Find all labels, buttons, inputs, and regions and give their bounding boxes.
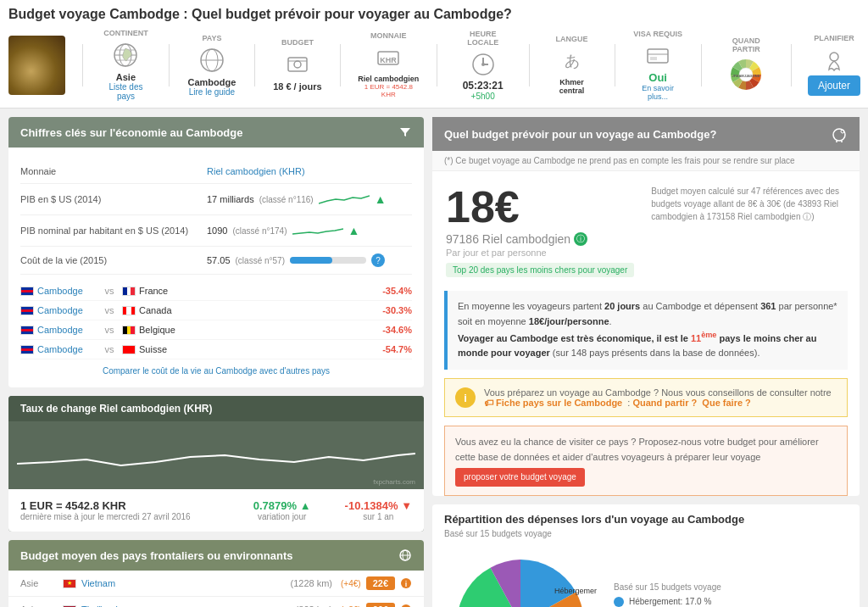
progress-bar-cout [290,253,366,267]
legend-dot-hebergement [614,597,624,607]
left-column: Chiffres clés sur l'économie au Cambodge… [8,117,424,607]
neighbor-thailand-budget: (+8€) 26€ i [341,603,412,607]
pie-chart-card: Répartition des dépenses lors d'un voyag… [432,504,860,607]
nav-continent[interactable]: CONTINENT Asie Liste des pays [100,29,152,101]
trend-line-pib [319,191,370,208]
globe-small-icon [398,549,412,562]
wheel-icon: JFMAMJJASOND [727,56,765,93]
budget-main-card: Quel budget prévoir pour un voyage au Ca… [432,117,860,496]
arrow-up-icon: ▲ [300,499,311,512]
header-nav: CONTINENT Asie Liste des pays PAYS [8,29,860,101]
comparison-section: Cambodge vs France -35.4% Cambodge vs Ca… [20,281,412,376]
nav-divider-3 [254,44,255,86]
language-icon: あ [557,46,587,76]
page-title: Budget voyage Cambodge : Quel budget pré… [8,7,860,22]
svg-rect-20 [650,57,657,60]
nav-quand-partir[interactable]: QUAND PARTIR [719,36,774,93]
nav-divider-6 [529,44,530,86]
pie-chart-svg: Hébergement: 17.0 % [444,547,597,607]
nav-visa[interactable]: VISA REQUIS Oui En savoir plus... [632,30,684,101]
header: Budget voyage Cambodge : Quel budget pré… [0,0,868,109]
svg-text:i: i [405,580,408,588]
budget-description-box: En moyenne les voyageurs partent 20 jour… [444,291,848,370]
compare-link[interactable]: Comparer le coût de la vie au Cambodge a… [20,366,412,376]
flag-kh-4 [20,345,34,354]
exchange-chart-svg [17,430,415,489]
currency-info-icon[interactable]: ⓘ [574,232,587,246]
neighbors-list: Asie ★ Vietnam (1228 km) (+4€) 22€ i Asi… [8,571,424,607]
svg-point-16 [481,63,485,66]
svg-text:JFMAMJJASOND: JFMAMJJASOND [732,74,760,78]
exchange-card: Taux de change Riel cambodgien (KHR) fxp… [8,396,424,532]
trend-up-pib: ▲ [375,192,387,206]
comp-row-canada: Cambodge vs Canada -30.3% [20,301,412,320]
que-faire-link[interactable]: Que faire ? [702,398,750,408]
neighbor-vietnam: Asie ★ Vietnam (1228 km) (+4€) 22€ i [8,571,424,597]
svg-rect-8 [288,58,307,71]
economy-card: Chiffres clés sur l'économie au Cambodge… [8,117,424,387]
svg-rect-18 [648,49,668,63]
yellow-info-box: i Vous préparez un voyage au Cambodge ? … [444,378,848,417]
main-content: Chiffres clés sur l'économie au Cambodge… [0,109,868,607]
neighbors-card: Budget moyen des pays frontaliers ou env… [8,540,424,607]
piggy-icon [831,125,848,142]
filter-icon[interactable] [398,125,412,139]
legend-hebergement: Hébergement: 17.0 % [614,597,721,607]
pie-container: Hébergement: 17.0 % Basé sur 15 budgets … [444,547,848,607]
nav-planifier[interactable]: PLANIFIER Ajouter [809,34,860,96]
nav-budget: BUDGET 18 € / jours [272,38,323,92]
flag-kh-1 [20,287,34,296]
right-column: Quel budget prévoir pour un voyage au Ca… [432,117,860,607]
budget-main-header: Quel budget prévoir pour un voyage au Ca… [432,117,860,151]
nav-divider-4 [340,44,341,86]
economy-card-body: Monnaie Riel cambodgien (KHR) PIB en $ U… [8,148,424,387]
comp-row-france: Cambodge vs France -35.4% [20,281,412,301]
propose-budget-button[interactable]: proposer votre budget voyage [455,468,585,487]
comp-row-belgique: Cambodge vs Belgique -34.6% [20,320,412,340]
info-icon-vn[interactable]: i [400,577,412,589]
globe-icon [110,40,141,70]
map-pin-icon [819,45,849,75]
budget-subtitle: (*) Ce buget voyage au Cambodge ne prend… [432,151,860,171]
exchange-variation-day: 0.7879% ▲ variation jour [253,499,311,521]
neighbor-vietnam-budget: (+4€) 22€ i [341,576,412,590]
svg-point-9 [294,61,301,68]
exchange-header: Taux de change Riel cambodgien (KHR) [8,396,424,421]
comp-row-suisse: Cambodge vs Suisse -54.7% [20,340,412,359]
info-circle-icon: i [455,387,476,408]
neighbors-header: Budget moyen des pays frontaliers ou env… [8,540,424,571]
add-button[interactable]: Ajouter [808,75,860,96]
budget-main-body: 18€ 97186 Riel cambodgien ⓘ Par jour et … [432,171,860,291]
svg-text:KHR: KHR [381,56,398,64]
trend-line-pib-hab [292,222,343,239]
nav-divider-8 [701,44,702,86]
nav-divider-9 [791,44,792,86]
eco-row-monnaie: Monnaie Riel cambodgien (KHR) [20,159,412,184]
flag-ca [122,306,136,315]
nav-monnaie: MONNAIE KHR Riel cambodgien 1 EUR = 4542… [358,31,420,98]
clock-icon [468,49,498,80]
flag-vn: ★ [63,579,76,588]
nav-divider-5 [437,44,437,86]
quand-partir-link[interactable]: Quand partir ? [632,398,697,408]
nav-pays[interactable]: PAYS Cambodge Lire le guide [186,34,237,97]
exchange-main-stat: 1 EUR = 4542.8 KHR dernière mise à jour … [20,499,236,521]
svg-text:Hébergement: 17.0 %: Hébergement: 17.0 % [554,587,597,595]
eco-row-pib-habitant: PIB nominal par habitant en $ US (2014) … [20,215,412,247]
eco-row-pib: PIB en $ US (2014) 17 milliards (classé … [20,184,412,215]
question-icon[interactable]: ? [371,253,385,267]
budget-info-text: Budget moyen calculé sur 47 références a… [651,185,846,223]
budget-icon [282,49,313,80]
economy-card-header: Chiffres clés sur l'économie au Cambodge [8,117,424,148]
svg-point-35 [833,129,845,141]
trend-up-hab: ▲ [348,224,360,237]
arrow-down-icon: ▼ [401,499,412,512]
info-icon-th[interactable]: i [400,604,412,607]
nav-divider-7 [615,44,615,86]
chart-section: Répartition des dépenses lors d'un voyag… [432,504,860,607]
nav-divider-1 [82,44,83,86]
budget-amount-section: 18€ 97186 Riel cambodgien ⓘ Par jour et … [446,185,634,277]
fiche-pays-link[interactable]: 🏷 Fiche pays sur le Cambodge [484,398,622,408]
nav-heure: HEURE LOCALE 05:23:21 +5h00 [454,30,512,101]
orange-propose-box: Vous avez eu la chance de visiter ce pay… [444,426,848,496]
